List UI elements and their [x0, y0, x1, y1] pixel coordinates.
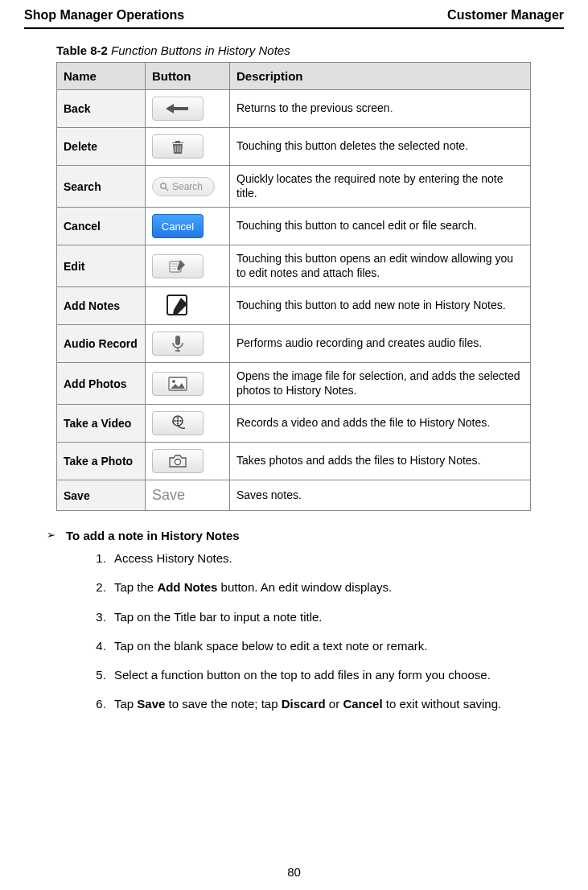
row-desc: Returns to the previous screen.: [230, 90, 531, 128]
edit-button[interactable]: [152, 254, 204, 278]
col-description: Description: [230, 63, 531, 90]
row-name: Cancel: [57, 208, 146, 245]
audio-record-button[interactable]: [152, 332, 204, 356]
table-row: Take a Photo Takes photos and adds the f…: [57, 443, 531, 480]
picture-icon: [168, 377, 187, 391]
add-photos-button[interactable]: [152, 372, 204, 396]
row-desc: Performs audio recording and creates aud…: [230, 325, 531, 363]
row-name: Audio Record: [57, 325, 146, 363]
table-row: Search Search Quickly locates the requir…: [57, 166, 531, 208]
table-caption: Table 8-2 Function Buttons in History No…: [56, 43, 564, 57]
col-button: Button: [146, 63, 230, 90]
col-name: Name: [57, 63, 146, 90]
edit-note-icon: [169, 259, 187, 274]
svg-point-12: [179, 420, 181, 422]
row-desc: Touching this button to add new note in …: [230, 287, 531, 325]
take-video-button[interactable]: [152, 411, 204, 435]
back-arrow-icon: [164, 102, 191, 115]
procedure-title: To add a note in History Notes: [66, 529, 564, 542]
svg-rect-4: [175, 336, 180, 345]
step-6: Tap Save to save the note; tap Discard o…: [109, 696, 532, 712]
row-name: Add Notes: [57, 287, 146, 325]
table-row: Add Notes Touching this button to add ne…: [57, 287, 531, 325]
table-row: Take a Video Records: [57, 405, 531, 443]
row-desc: Touching this button to cancel edit or f…: [230, 208, 531, 245]
svg-point-0: [161, 183, 166, 187]
row-desc: Records a video and adds the file to His…: [230, 405, 531, 443]
cancel-label: Cancel: [153, 215, 203, 237]
table-row: Save Save Saves notes.: [57, 480, 531, 511]
step-5: Select a function button on the top to a…: [109, 667, 532, 683]
row-desc: Saves notes.: [230, 480, 531, 511]
trash-icon: [171, 138, 185, 155]
table-row: Edit Touching this button opens an edit …: [57, 245, 531, 287]
svg-point-8: [172, 380, 175, 383]
svg-point-13: [177, 422, 179, 424]
row-name: Save: [57, 480, 146, 511]
step-2: Tap the Add Notes button. An edit window…: [109, 579, 532, 595]
step-4: Tap on the blank space below to edit a t…: [109, 638, 532, 654]
table-number: Table 8-2: [56, 43, 108, 57]
row-name: Take a Video: [57, 405, 146, 443]
search-icon: [159, 182, 169, 192]
row-desc: Touching this button deletes the selecte…: [230, 128, 531, 166]
procedure-steps: Access History Notes. Tap the Add Notes …: [77, 550, 532, 713]
row-desc: Opens the image file for selection, and …: [230, 363, 531, 405]
row-name: Search: [57, 166, 146, 208]
search-placeholder: Search: [172, 181, 203, 192]
row-desc: Quickly locates the required note by ent…: [230, 166, 531, 208]
search-field[interactable]: Search: [152, 177, 215, 196]
table-row: Cancel Cancel Touching this button to ca…: [57, 208, 531, 245]
row-name: Delete: [57, 128, 146, 166]
add-notes-button[interactable]: [152, 294, 204, 318]
function-buttons-table: Name Button Description Back Returns to …: [56, 62, 531, 511]
header-right: Customer Manager: [447, 8, 564, 23]
back-button[interactable]: [152, 97, 204, 121]
camera-icon: [168, 454, 187, 468]
row-name: Add Photos: [57, 363, 146, 405]
table-row: Back Returns to the previous screen.: [57, 90, 531, 128]
step-1: Access History Notes.: [109, 550, 532, 567]
page-header: Shop Manager Operations Customer Manager: [24, 8, 564, 29]
table-row: Audio Record Performs audio recording an…: [57, 325, 531, 363]
row-name: Back: [57, 90, 146, 128]
video-reel-icon: [169, 414, 187, 432]
microphone-icon: [172, 335, 183, 352]
row-name: Take a Photo: [57, 443, 146, 480]
svg-point-15: [175, 459, 181, 465]
step-3: Tap on the Title bar to input a note tit…: [109, 609, 532, 625]
svg-point-11: [177, 417, 179, 418]
compose-icon: [165, 293, 191, 319]
table-title: Function Buttons in History Notes: [111, 43, 290, 57]
table-row: Delete Touching this button deletes the …: [57, 128, 531, 166]
take-photo-button[interactable]: [152, 449, 204, 473]
svg-point-14: [174, 420, 175, 422]
row-desc: Touching this button opens an edit windo…: [230, 245, 531, 287]
svg-line-1: [166, 187, 169, 191]
table-header-row: Name Button Description: [57, 63, 531, 90]
page-number: 80: [0, 865, 588, 879]
header-left: Shop Manager Operations: [24, 8, 184, 23]
delete-button[interactable]: [152, 134, 204, 159]
row-desc: Takes photos and adds the files to Histo…: [230, 443, 531, 480]
cancel-button[interactable]: Cancel: [152, 214, 204, 238]
table-row: Add Photos Opens the image file for sele…: [57, 363, 531, 405]
row-name: Edit: [57, 245, 146, 287]
svg-point-10: [176, 419, 179, 422]
save-button[interactable]: Save: [152, 487, 185, 504]
